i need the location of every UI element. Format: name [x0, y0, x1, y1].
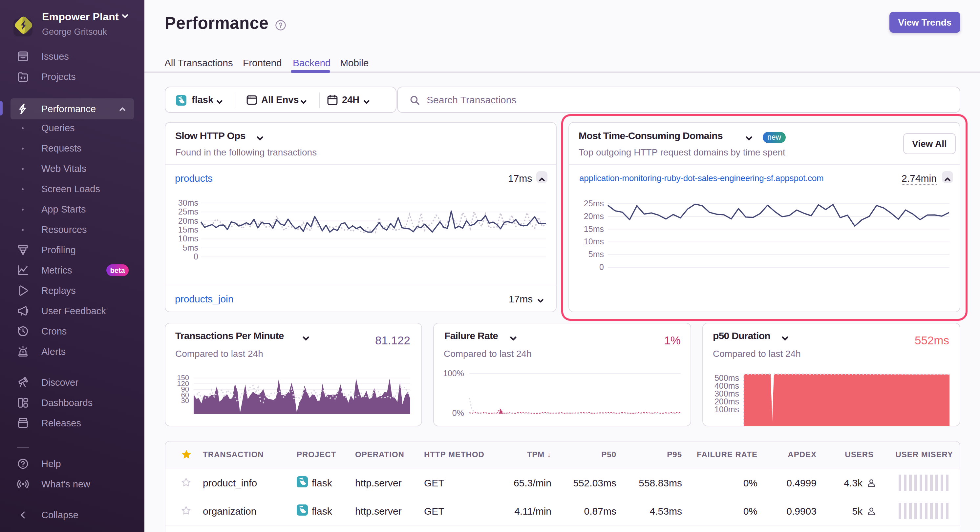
- svg-text:100ms: 100ms: [714, 405, 739, 414]
- svg-text:10ms: 10ms: [584, 237, 604, 246]
- svg-text:10ms: 10ms: [178, 234, 198, 243]
- svg-text:15ms: 15ms: [584, 224, 604, 233]
- svg-text:0: 0: [194, 252, 198, 261]
- svg-text:0%: 0%: [452, 408, 464, 418]
- svg-text:100%: 100%: [443, 368, 464, 378]
- svg-text:25ms: 25ms: [584, 199, 604, 208]
- svg-text:0: 0: [599, 262, 604, 272]
- svg-text:30: 30: [181, 397, 189, 405]
- svg-text:20ms: 20ms: [584, 211, 604, 221]
- svg-text:20ms: 20ms: [178, 216, 198, 226]
- svg-text:15ms: 15ms: [178, 225, 198, 234]
- svg-text:25ms: 25ms: [178, 207, 198, 216]
- svg-text:30ms: 30ms: [178, 198, 198, 207]
- svg-text:5ms: 5ms: [183, 243, 198, 252]
- svg-text:5ms: 5ms: [589, 249, 604, 259]
